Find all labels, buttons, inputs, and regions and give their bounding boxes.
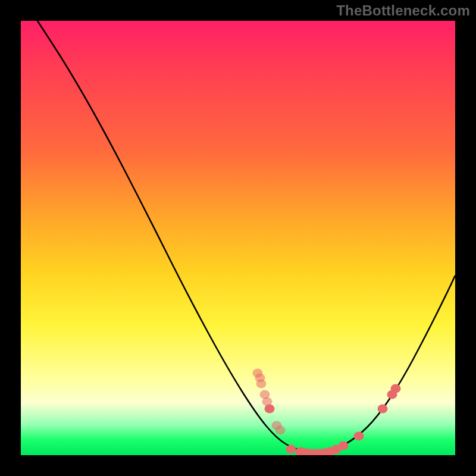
watermark-text: TheBottleneck.com: [336, 2, 470, 19]
curve-svg: [21, 21, 455, 455]
data-marker: [378, 405, 388, 414]
data-marker: [286, 445, 296, 454]
chart-frame: TheBottleneck.com: [0, 0, 476, 476]
data-marker: [256, 380, 267, 389]
data-marker: [339, 441, 349, 450]
marker-group: [253, 369, 401, 456]
data-marker: [265, 405, 275, 414]
data-marker: [391, 384, 401, 393]
data-marker: [275, 426, 286, 435]
data-marker: [354, 432, 364, 441]
plot-area: [21, 21, 455, 455]
